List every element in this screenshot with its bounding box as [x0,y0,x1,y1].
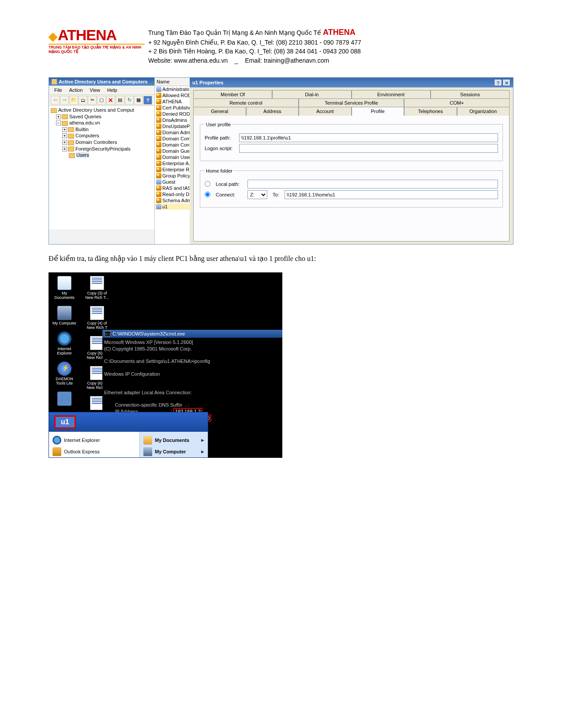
list-header-name[interactable]: Name [155,78,190,86]
list-item[interactable]: Domain Admin [155,129,190,136]
refresh-button[interactable]: ↻ [125,96,134,105]
local-path-input[interactable] [247,180,498,189]
tree-panel[interactable]: Active Directory Users and Comput +Saved… [49,106,154,230]
desktop-icon[interactable]: Internet Explorer [51,332,78,355]
toolbar-btn[interactable]: ▦ [134,96,143,105]
list-item[interactable]: DnsUpdatePr.. [155,123,190,129]
toolbar-btn[interactable]: 📁 [69,96,78,105]
aduc-title: Active Directory Users and Computers [59,79,148,84]
tab-environment[interactable]: Environment [352,90,431,98]
tree-node[interactable]: +Computers [50,132,154,139]
desktop-icon[interactable]: DAEMON Tools Lite [51,362,78,385]
profile-path-input[interactable] [239,133,498,142]
user-badge: u1 [54,415,76,429]
list-item[interactable]: Allowed ROD.. [155,92,190,98]
desktop-icon[interactable]: Copy (3) of New Rich T... [84,276,110,300]
screenshot-desktop: My DocumentsMy ComputerInternet Explorer… [49,272,282,458]
logo-block: ◆ATHENA TRUNG TÂM ĐÀO TẠO QUẢN TRỊ MẠNG … [49,26,145,54]
tab-telephones[interactable]: Telephones [404,107,457,116]
menu-file[interactable]: File [51,87,66,94]
desktop-icons-col1: My DocumentsMy ComputerInternet Explorer… [51,276,78,407]
connect-radio[interactable] [205,192,210,197]
desktop-icon[interactable]: My Documents [51,276,78,300]
list-item[interactable]: DnsAdmins [155,117,190,123]
list-item[interactable]: RAS and IAS [155,185,190,191]
start-left-panel: Internet ExplorerOutlook Express [49,432,139,457]
connect-path-input[interactable] [285,190,498,199]
list-item[interactable]: Enterprise A.. [155,160,190,166]
toolbar-btn[interactable]: ▢ [97,96,106,105]
list-item[interactable]: Group Policy .. [155,173,190,179]
delete-button[interactable]: ✕ [106,96,115,105]
help-button[interactable]: ? [494,79,502,86]
tree-node[interactable]: +Saved Queries [50,113,154,120]
tab-remote-control[interactable]: Remote control [193,98,299,107]
start-menu: u1 Internet ExplorerOutlook Express My D… [49,412,208,458]
logo-main: ◆ATHENA [49,26,145,44]
aduc-toolbar: ⇦ ⇨ 📁 🗂 ✂ ▢ ✕ ▤ ↻ ▦ ? [49,94,154,106]
tab-organization[interactable]: Organization [457,107,510,116]
list-item[interactable]: Denied ROD.. [155,111,190,117]
tab-member-of[interactable]: Member Of [193,90,272,98]
user-profile-fieldset: User profile Profile path: Logon script: [200,122,503,161]
properties-tabs: Member OfDial-inEnvironmentSessions Remo… [193,90,510,116]
list-item[interactable]: Cert Publisher [155,105,190,111]
list-item[interactable]: Guest [155,179,190,185]
cmd-icon: C:\ [105,331,111,336]
tree-node[interactable]: +Domain Controllers [50,139,154,146]
list-item[interactable]: u1 [155,204,190,210]
start-item[interactable]: Internet Explorer [52,434,136,446]
menu-help[interactable]: Help [104,87,121,94]
forward-button[interactable]: ⇨ [60,96,69,105]
tree-node[interactable]: Users [50,152,154,158]
cut-button[interactable]: ✂ [88,96,97,105]
aduc-menubar: FileActionViewHelp [49,86,154,94]
list-item[interactable]: Enterprise R.. [155,166,190,173]
help-button[interactable]: ? [143,96,152,105]
menu-view[interactable]: View [86,87,104,94]
list-item[interactable]: Schema Admin [155,197,190,204]
back-button[interactable]: ⇦ [51,96,60,105]
start-item[interactable]: My Computer▶ [143,446,204,457]
tab-address[interactable]: Address [246,107,299,116]
tab-general[interactable]: General [193,107,246,116]
list-item[interactable]: ATHENA [155,98,190,105]
menu-action[interactable]: Action [66,87,86,94]
tab-account[interactable]: Account [299,107,352,116]
list-item[interactable]: Domain Users [155,154,190,160]
local-path-radio[interactable] [205,181,210,187]
tree-node[interactable]: +ForeignSecurityPrincipals [50,146,154,152]
desktop-icon[interactable]: My Computer [51,306,78,325]
aduc-titlebar[interactable]: Active Directory Users and Computers [49,78,154,86]
tree-node[interactable]: +Builtin [50,126,154,133]
properties-button[interactable]: ▤ [116,96,124,105]
tab-terminal-services-profile[interactable]: Terminal Services Profile [299,98,404,107]
tree-root[interactable]: Active Directory Users and Comput [50,107,154,113]
tab-dial-in[interactable]: Dial-in [272,90,351,98]
start-item[interactable]: My Documents▶ [143,434,204,446]
tab-sessions[interactable]: Sessions [431,90,510,98]
list-item[interactable]: Read-only D.. [155,191,190,197]
header-text: Trung Tâm Đào Tạo Quản Trị Mạng & An Nin… [148,26,361,65]
logon-script-input[interactable] [239,144,498,153]
list-item[interactable]: Domain Guest [155,148,190,154]
header-address1: + 92 Nguyễn Đình Chiểu, P. Đa Kao, Q. I_… [148,38,361,47]
user-profile-legend: User profile [205,122,232,127]
list-item[interactable]: Domain Com.. [155,136,190,142]
list-item[interactable]: Domain Cont.. [155,142,190,148]
list-item[interactable]: Administrator [155,86,190,92]
users-list[interactable]: AdministratorAllowed ROD..ATHENACert Pub… [155,86,190,210]
cmd-titlebar[interactable]: C:\C:\WINDOWS\system32\cmd.exe [102,330,282,338]
header-email: Email: training@athenavn.com [245,57,329,64]
start-menu-header: u1 [49,412,208,432]
tab-profile[interactable]: Profile [352,107,405,116]
tab-com+[interactable]: COM+ [404,98,510,107]
start-item[interactable]: Outlook Express [52,446,136,457]
desktop-icon[interactable]: Copy (4) of New Rich T [84,306,110,330]
desktop-icon[interactable] [51,392,78,407]
properties-titlebar[interactable]: u1 Properties ?✕ [190,78,513,87]
tree-node[interactable]: −athena.edu.vn [50,120,154,126]
close-button[interactable]: ✕ [502,79,510,86]
toolbar-btn[interactable]: 🗂 [79,96,87,105]
drive-select[interactable]: Z: [247,190,267,199]
